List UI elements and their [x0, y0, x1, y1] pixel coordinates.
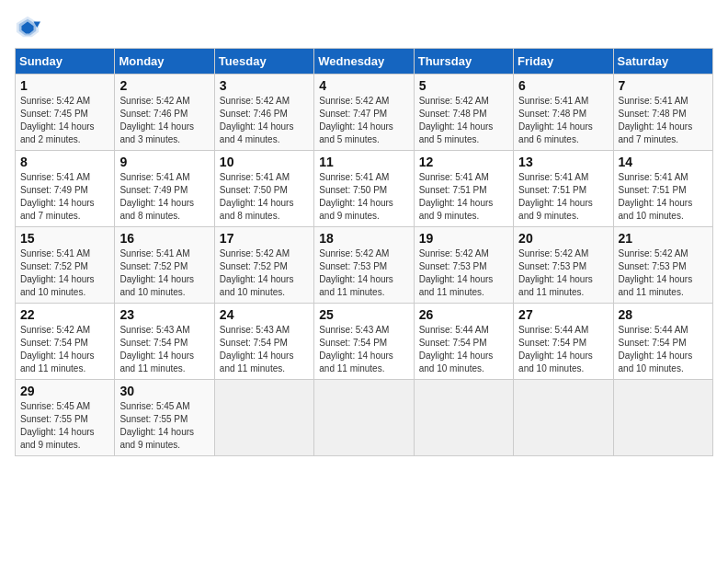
day-number: 16	[119, 231, 209, 246]
day-number: 15	[20, 231, 109, 246]
header-day-saturday: Saturday	[613, 49, 712, 75]
day-number: 26	[419, 307, 508, 322]
day-info: Sunrise: 5:45 AMSunset: 7:55 PMDaylight:…	[20, 400, 109, 452]
calendar-cell-day-14: 14Sunrise: 5:41 AMSunset: 7:51 PMDayligh…	[613, 151, 712, 227]
day-info: Sunrise: 5:41 AMSunset: 7:49 PMDaylight:…	[119, 171, 209, 223]
day-number: 19	[419, 231, 508, 246]
day-number: 24	[220, 307, 309, 322]
header-row: SundayMondayTuesdayWednesdayThursdayFrid…	[16, 49, 713, 75]
calendar-cell-day-27: 27Sunrise: 5:44 AMSunset: 7:54 PMDayligh…	[514, 304, 613, 380]
calendar-row: 22Sunrise: 5:42 AMSunset: 7:54 PMDayligh…	[16, 304, 713, 380]
day-info: Sunrise: 5:42 AMSunset: 7:53 PMDaylight:…	[319, 247, 408, 299]
calendar-cell-day-24: 24Sunrise: 5:43 AMSunset: 7:54 PMDayligh…	[214, 304, 313, 380]
calendar-header: SundayMondayTuesdayWednesdayThursdayFrid…	[16, 49, 713, 75]
header-day-monday: Monday	[115, 49, 214, 75]
day-number: 9	[119, 155, 209, 169]
calendar-cell-day-8: 8Sunrise: 5:41 AMSunset: 7:49 PMDaylight…	[16, 151, 115, 227]
header-day-sunday: Sunday	[16, 49, 115, 75]
calendar-cell-day-10: 10Sunrise: 5:41 AMSunset: 7:50 PMDayligh…	[214, 151, 313, 227]
day-info: Sunrise: 5:41 AMSunset: 7:48 PMDaylight:…	[619, 95, 708, 146]
day-info: Sunrise: 5:42 AMSunset: 7:46 PMDaylight:…	[119, 95, 209, 146]
day-number: 17	[220, 231, 309, 246]
calendar-cell-day-7: 7Sunrise: 5:41 AMSunset: 7:48 PMDaylight…	[613, 75, 712, 151]
day-info: Sunrise: 5:43 AMSunset: 7:54 PMDaylight:…	[319, 324, 408, 375]
day-number: 6	[518, 78, 608, 93]
day-info: Sunrise: 5:42 AMSunset: 7:46 PMDaylight:…	[220, 95, 309, 146]
day-number: 13	[518, 155, 608, 169]
day-info: Sunrise: 5:42 AMSunset: 7:47 PMDaylight:…	[319, 95, 408, 146]
day-info: Sunrise: 5:44 AMSunset: 7:54 PMDaylight:…	[619, 324, 708, 375]
calendar-cell-day-30: 30Sunrise: 5:45 AMSunset: 7:55 PMDayligh…	[115, 380, 214, 456]
day-info: Sunrise: 5:41 AMSunset: 7:51 PMDaylight:…	[419, 171, 508, 223]
day-info: Sunrise: 5:44 AMSunset: 7:54 PMDaylight:…	[518, 324, 608, 375]
calendar-body: 1Sunrise: 5:42 AMSunset: 7:45 PMDaylight…	[16, 75, 713, 456]
calendar-cell-day-21: 21Sunrise: 5:42 AMSunset: 7:53 PMDayligh…	[613, 227, 712, 304]
calendar-row: 15Sunrise: 5:41 AMSunset: 7:52 PMDayligh…	[16, 227, 713, 304]
calendar-cell-day-3: 3Sunrise: 5:42 AMSunset: 7:46 PMDaylight…	[214, 75, 313, 151]
day-info: Sunrise: 5:43 AMSunset: 7:54 PMDaylight:…	[119, 324, 209, 375]
day-number: 5	[419, 78, 508, 93]
calendar-cell-day-15: 15Sunrise: 5:41 AMSunset: 7:52 PMDayligh…	[16, 227, 115, 304]
day-number: 27	[518, 307, 608, 322]
header-day-wednesday: Wednesday	[314, 49, 414, 75]
header	[15, 15, 713, 40]
calendar-row: 1Sunrise: 5:42 AMSunset: 7:45 PMDaylight…	[16, 75, 713, 151]
calendar-cell-day-25: 25Sunrise: 5:43 AMSunset: 7:54 PMDayligh…	[314, 304, 414, 380]
calendar-cell-empty	[613, 380, 712, 456]
day-number: 25	[319, 307, 408, 322]
day-number: 18	[319, 231, 408, 246]
calendar-cell-empty	[214, 380, 313, 456]
day-number: 14	[619, 155, 708, 169]
calendar-row: 8Sunrise: 5:41 AMSunset: 7:49 PMDaylight…	[16, 151, 713, 227]
day-number: 3	[220, 78, 309, 93]
calendar-cell-day-19: 19Sunrise: 5:42 AMSunset: 7:53 PMDayligh…	[414, 227, 513, 304]
calendar-row: 29Sunrise: 5:45 AMSunset: 7:55 PMDayligh…	[16, 380, 713, 456]
day-info: Sunrise: 5:41 AMSunset: 7:49 PMDaylight:…	[20, 171, 109, 223]
day-number: 1	[20, 78, 109, 93]
day-info: Sunrise: 5:43 AMSunset: 7:54 PMDaylight:…	[220, 324, 309, 375]
calendar-cell-day-16: 16Sunrise: 5:41 AMSunset: 7:52 PMDayligh…	[115, 227, 214, 304]
day-number: 10	[220, 155, 309, 169]
calendar-cell-day-12: 12Sunrise: 5:41 AMSunset: 7:51 PMDayligh…	[414, 151, 513, 227]
day-info: Sunrise: 5:41 AMSunset: 7:50 PMDaylight:…	[319, 171, 408, 223]
calendar-cell-day-18: 18Sunrise: 5:42 AMSunset: 7:53 PMDayligh…	[314, 227, 414, 304]
calendar-cell-empty	[414, 380, 513, 456]
calendar-cell-day-28: 28Sunrise: 5:44 AMSunset: 7:54 PMDayligh…	[613, 304, 712, 380]
calendar-cell-day-26: 26Sunrise: 5:44 AMSunset: 7:54 PMDayligh…	[414, 304, 513, 380]
header-day-thursday: Thursday	[414, 49, 513, 75]
day-info: Sunrise: 5:42 AMSunset: 7:52 PMDaylight:…	[220, 247, 309, 299]
day-info: Sunrise: 5:42 AMSunset: 7:45 PMDaylight:…	[20, 95, 109, 146]
calendar-cell-empty	[514, 380, 613, 456]
calendar-cell-day-1: 1Sunrise: 5:42 AMSunset: 7:45 PMDaylight…	[16, 75, 115, 151]
day-number: 11	[319, 155, 408, 169]
header-day-tuesday: Tuesday	[214, 49, 313, 75]
calendar-cell-empty	[314, 380, 414, 456]
calendar-cell-day-20: 20Sunrise: 5:42 AMSunset: 7:53 PMDayligh…	[514, 227, 613, 304]
logo	[15, 15, 44, 40]
day-number: 29	[20, 384, 109, 398]
day-info: Sunrise: 5:42 AMSunset: 7:53 PMDaylight:…	[419, 247, 508, 299]
day-info: Sunrise: 5:41 AMSunset: 7:48 PMDaylight:…	[518, 95, 608, 146]
day-number: 7	[619, 78, 708, 93]
day-number: 20	[518, 231, 608, 246]
day-info: Sunrise: 5:44 AMSunset: 7:54 PMDaylight:…	[419, 324, 508, 375]
calendar-cell-day-11: 11Sunrise: 5:41 AMSunset: 7:50 PMDayligh…	[314, 151, 414, 227]
calendar-table: SundayMondayTuesdayWednesdayThursdayFrid…	[15, 48, 713, 456]
calendar-cell-day-5: 5Sunrise: 5:42 AMSunset: 7:48 PMDaylight…	[414, 75, 513, 151]
day-info: Sunrise: 5:41 AMSunset: 7:52 PMDaylight:…	[20, 247, 109, 299]
calendar-cell-day-23: 23Sunrise: 5:43 AMSunset: 7:54 PMDayligh…	[115, 304, 214, 380]
day-number: 4	[319, 78, 408, 93]
day-number: 22	[20, 307, 109, 322]
day-number: 2	[119, 78, 209, 93]
day-number: 23	[119, 307, 209, 322]
calendar-cell-day-29: 29Sunrise: 5:45 AMSunset: 7:55 PMDayligh…	[16, 380, 115, 456]
calendar-cell-day-17: 17Sunrise: 5:42 AMSunset: 7:52 PMDayligh…	[214, 227, 313, 304]
day-info: Sunrise: 5:42 AMSunset: 7:53 PMDaylight:…	[518, 247, 608, 299]
day-info: Sunrise: 5:45 AMSunset: 7:55 PMDaylight:…	[119, 400, 209, 452]
day-info: Sunrise: 5:41 AMSunset: 7:51 PMDaylight:…	[518, 171, 608, 223]
logo-icon	[15, 15, 40, 40]
day-info: Sunrise: 5:42 AMSunset: 7:54 PMDaylight:…	[20, 324, 109, 375]
day-info: Sunrise: 5:41 AMSunset: 7:51 PMDaylight:…	[619, 171, 708, 223]
day-number: 28	[619, 307, 708, 322]
day-number: 21	[619, 231, 708, 246]
